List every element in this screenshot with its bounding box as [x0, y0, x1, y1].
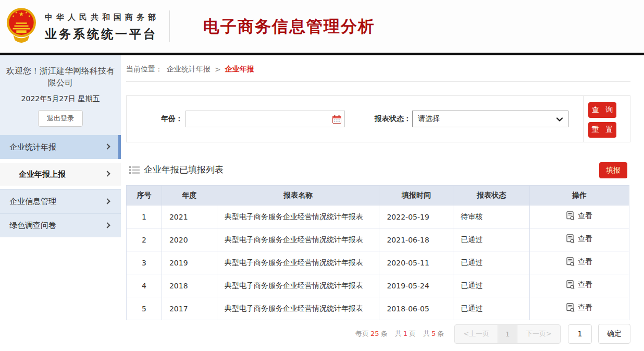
breadcrumb-current: 企业年报 — [225, 65, 254, 74]
year-field-wrap — [185, 111, 345, 127]
view-link[interactable]: 查看 — [566, 303, 592, 312]
fill-report-button[interactable]: 填报 — [599, 162, 627, 178]
cell-report-name: 典型电子商务服务企业经营情况统计年报表 — [217, 205, 379, 228]
breadcrumb-separator: > — [215, 65, 221, 74]
org-block: 中华人民共和国商务部 业务系统统一平台 — [45, 13, 159, 42]
col-header-time: 填报时间 — [379, 186, 453, 205]
svg-text:★: ★ — [28, 15, 31, 18]
sidebar-item-enterprise-info[interactable]: 企业信息管理 — [0, 189, 121, 213]
list-icon — [129, 166, 140, 174]
col-header-name: 报表名称 — [217, 186, 379, 205]
view-link-label: 查看 — [578, 257, 592, 267]
prev-page-button[interactable]: <上一页 — [455, 325, 498, 343]
cell-no: 1 — [127, 205, 162, 228]
cell-report-name: 典型电子商务服务企业经营情况统计年报表 — [217, 274, 379, 297]
view-link[interactable]: 查看 — [566, 257, 592, 267]
page: ★ ★ ★ ★ ★ 中华人民共和国商务部 业务系统统一平台 电子商务信息管理分析… — [0, 0, 644, 351]
view-link-label: 查看 — [578, 211, 592, 221]
sidebar-item-label: 企业统计年报 — [9, 142, 56, 152]
sidebar-item-label: 绿色调查问卷 — [9, 221, 56, 231]
header: ★ ★ ★ ★ ★ 中华人民共和国商务部 业务系统统一平台 电子商务信息管理分析 — [0, 0, 644, 53]
national-emblem-icon: ★ ★ ★ ★ ★ — [6, 7, 36, 45]
sidebar-subitem-label: 企业年报上报 — [19, 170, 66, 179]
table-row: 2 2020 典型电子商务服务企业经营情况统计年报表 2021-06-18 已通… — [127, 228, 629, 251]
table-row: 3 2019 典型电子商务服务企业经营情况统计年报表 2020-05-11 已通… — [127, 251, 629, 274]
filter-panel: 年份： 报表状态： 请选择 查 询 重 置 — [126, 95, 630, 142]
view-link-label: 查看 — [578, 280, 592, 289]
welcome-text: 欢迎您！浙江建华网络科技有限公司 — [6, 65, 115, 89]
breadcrumb-parent-link[interactable]: 企业统计年报 — [167, 65, 210, 74]
breadcrumb-label: 当前位置： — [126, 65, 163, 74]
pagination: 每页25条 共1页 共5条 <上一页 1 下一页> 确定 — [126, 323, 630, 344]
logout-button[interactable]: 退出登录 — [38, 110, 83, 127]
col-header-no: 序号 — [127, 186, 162, 205]
cell-year: 2019 — [162, 251, 217, 274]
org-name: 中华人民共和国商务部 — [45, 13, 159, 22]
cell-status: 已通过 — [453, 228, 530, 251]
cell-fill-time: 2018-06-05 — [379, 297, 453, 320]
sidebar-item-annual-report-submit[interactable]: 企业年报上报 — [0, 163, 121, 186]
table-header-row: 序号 年度 报表名称 填报时间 报表状态 操作 — [127, 186, 629, 205]
view-link[interactable]: 查看 — [566, 211, 592, 221]
list-title-row: 企业年报已填报列表 填报 — [126, 159, 630, 181]
chevron-right-icon — [104, 198, 110, 204]
list-title: 企业年报已填报列表 — [144, 164, 224, 176]
chevron-right-icon — [104, 144, 110, 150]
sidebar-item-annual-report[interactable]: 企业统计年报 — [0, 135, 121, 159]
search-button[interactable]: 查 询 — [588, 102, 616, 118]
cell-report-name: 典型电子商务服务企业经营情况统计年报表 — [217, 228, 379, 251]
status-label: 报表状态： — [371, 96, 411, 142]
table-row: 4 2018 典型电子商务服务企业经营情况统计年报表 2019-05-24 已通… — [127, 274, 629, 297]
cell-fill-time: 2019-05-24 — [379, 274, 453, 297]
cell-no: 4 — [127, 274, 162, 297]
col-header-op: 操作 — [530, 186, 629, 205]
platform-name: 业务系统统一平台 — [45, 26, 159, 42]
table-row: 1 2021 典型电子商务服务企业经营情况统计年报表 2022-05-19 待审… — [127, 205, 629, 228]
next-page-button[interactable]: 下一页> — [517, 325, 560, 343]
cell-status: 已通过 — [453, 251, 530, 274]
submenu-container: 企业年报上报 — [0, 159, 121, 189]
document-search-icon — [566, 234, 575, 244]
per-page-text: 每页25条 — [355, 329, 388, 338]
cell-year: 2020 — [162, 228, 217, 251]
svg-text:★: ★ — [15, 11, 18, 14]
current-page-button[interactable]: 1 — [498, 325, 517, 343]
cell-fill-time: 2020-05-11 — [379, 251, 453, 274]
filter-divider — [583, 96, 584, 142]
report-table: 序号 年度 报表名称 填报时间 报表状态 操作 1 2021 典型电子商务服务企… — [126, 185, 629, 320]
reset-button[interactable]: 重 置 — [588, 122, 616, 138]
total-pages-text: 共1页 — [395, 329, 416, 338]
view-link-label: 查看 — [578, 234, 592, 244]
sidebar-item-label: 企业信息管理 — [9, 197, 56, 207]
total-items-count: 5 — [431, 330, 436, 337]
calendar-icon[interactable] — [332, 115, 341, 124]
cell-report-name: 典型电子商务服务企业经营情况统计年报表 — [217, 251, 379, 274]
cell-status: 已通过 — [453, 297, 530, 320]
cell-year: 2018 — [162, 274, 217, 297]
report-table-body: 1 2021 典型电子商务服务企业经营情况统计年报表 2022-05-19 待审… — [127, 205, 629, 320]
cell-fill-time: 2021-06-18 — [379, 228, 453, 251]
cell-year: 2021 — [162, 205, 217, 228]
view-link[interactable]: 查看 — [566, 280, 592, 289]
total-items-text: 共5条 — [423, 329, 444, 338]
app-title: 电子商务信息管理分析 — [203, 16, 375, 38]
welcome-box: 欢迎您！浙江建华网络科技有限公司 2022年5月27日 星期五 退出登录 — [0, 55, 121, 135]
cell-report-name: 典型电子商务服务企业经营情况统计年报表 — [217, 297, 379, 320]
status-select[interactable]: 请选择 — [412, 111, 568, 127]
breadcrumb: 当前位置： 企业统计年报 > 企业年报 — [126, 57, 630, 82]
document-search-icon — [566, 280, 575, 289]
pager-group: <上一页 1 下一页> — [454, 324, 561, 344]
status-select-value: 请选择 — [418, 114, 440, 124]
total-pages-count: 1 — [403, 330, 407, 337]
chevron-down-icon — [556, 117, 563, 122]
per-page-count: 25 — [370, 330, 379, 337]
cell-no: 3 — [127, 251, 162, 274]
page-number-input[interactable] — [568, 324, 592, 344]
cell-year: 2017 — [162, 297, 217, 320]
svg-text:★: ★ — [12, 15, 15, 18]
sidebar-item-green-survey[interactable]: 绿色调查问卷 — [0, 213, 121, 237]
chevron-right-icon — [104, 171, 110, 177]
confirm-page-button[interactable]: 确定 — [598, 324, 630, 344]
year-input[interactable] — [186, 111, 344, 127]
view-link[interactable]: 查看 — [566, 234, 592, 244]
